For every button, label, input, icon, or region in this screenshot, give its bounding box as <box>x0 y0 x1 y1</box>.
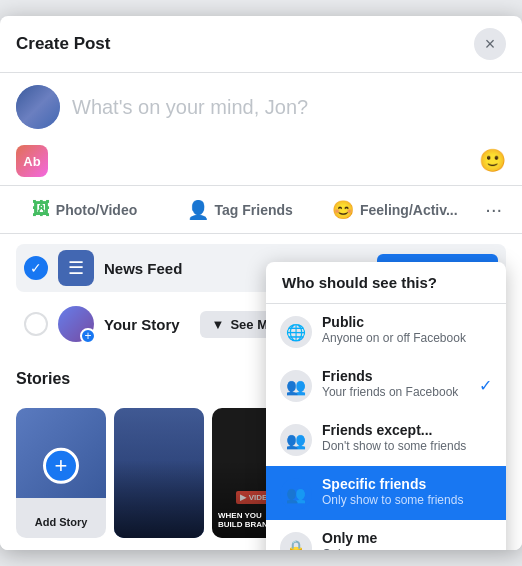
close-icon: × <box>485 34 496 55</box>
photo-video-label: Photo/Video <box>56 202 137 218</box>
dropdown-header: Who should see this? <box>266 262 506 304</box>
avatar <box>16 85 60 129</box>
news-feed-icon: ☰ <box>58 250 94 286</box>
feeling-button[interactable]: 😊 Feeling/Activ... <box>318 190 471 229</box>
dropdown-item-friends[interactable]: 👥 Friends Your friends on Facebook ✓ <box>266 358 506 412</box>
specific-friends-texts: Specific friends Only show to some frien… <box>322 476 463 507</box>
only-me-title: Only me <box>322 530 377 546</box>
friends-except-texts: Friends except... Don't show to some fri… <box>322 422 466 453</box>
news-feed-label: News Feed <box>104 260 182 277</box>
your-story-check <box>24 312 48 336</box>
photo-icon: 🖼 <box>32 199 50 220</box>
public-subtitle: Anyone on or off Facebook <box>322 331 466 345</box>
only-me-subtitle: Only me <box>322 547 377 550</box>
audience-section-wrapper: ✓ ☰ News Feed 👥 Friends ▼ + Your Story ▼ <box>0 234 522 358</box>
dropdown-item-only-me[interactable]: 🔒 Only me Only me <box>266 520 506 550</box>
emoji-button[interactable]: 🙂 <box>479 148 506 174</box>
public-icon: 🌐 <box>280 316 312 348</box>
stories-section-label: Stories <box>16 370 70 388</box>
add-story-label: Add Story <box>35 516 88 528</box>
post-composer: What's on your mind, Jon? <box>0 73 522 141</box>
public-texts: Public Anyone on or off Facebook <box>322 314 466 345</box>
your-story-avatar: + <box>58 306 94 342</box>
toolbar-row: Ab 🙂 <box>0 141 522 185</box>
avatar-image <box>16 85 60 129</box>
your-story-label: Your Story <box>104 316 180 333</box>
tag-icon: 👤 <box>187 199 209 221</box>
friends-except-subtitle: Don't show to some friends <box>322 439 466 453</box>
specific-friends-icon: 👥 <box>280 478 312 510</box>
friends-except-title: Friends except... <box>322 422 466 438</box>
friends-option-title: Friends <box>322 368 458 384</box>
more-icon: ··· <box>485 198 502 221</box>
friends-texts: Friends Your friends on Facebook <box>322 368 458 399</box>
tag-friends-label: Tag Friends <box>215 202 293 218</box>
friends-option-subtitle: Your friends on Facebook <box>322 385 458 399</box>
dropdown-item-specific-friends[interactable]: 👥 Specific friends Only show to some fri… <box>266 466 506 520</box>
ab-label: Ab <box>23 154 40 169</box>
add-story-card[interactable]: + Add Story <box>16 408 106 538</box>
action-bar: 🖼 Photo/Video 👤 Tag Friends 😊 Feeling/Ac… <box>0 185 522 234</box>
more-button[interactable]: ··· <box>473 190 514 229</box>
photo-video-button[interactable]: 🖼 Photo/Video <box>8 190 161 229</box>
audience-dropdown: Who should see this? 🌐 Public Anyone on … <box>266 262 506 550</box>
public-title: Public <box>322 314 466 330</box>
tag-friends-button[interactable]: 👤 Tag Friends <box>163 190 316 229</box>
modal-header: Create Post × <box>0 16 522 73</box>
story-card-1[interactable] <box>114 408 204 538</box>
friends-checkmark: ✓ <box>479 376 492 395</box>
feeling-label: Feeling/Activ... <box>360 202 458 218</box>
feeling-icon: 😊 <box>332 199 354 221</box>
add-story-icon: + <box>43 448 79 484</box>
modal-title: Create Post <box>16 34 110 54</box>
friends-option-icon: 👥 <box>280 370 312 402</box>
specific-friends-title: Specific friends <box>322 476 463 492</box>
close-button[interactable]: × <box>474 28 506 60</box>
specific-friends-subtitle: Only show to some friends <box>322 493 463 507</box>
create-post-modal: Create Post × What's on your mind, Jon? … <box>0 16 522 550</box>
news-feed-check: ✓ <box>24 256 48 280</box>
dropdown-item-public[interactable]: 🌐 Public Anyone on or off Facebook <box>266 304 506 358</box>
only-me-icon: 🔒 <box>280 532 312 550</box>
only-me-texts: Only me Only me <box>322 530 377 550</box>
story-overlay-1 <box>114 460 204 538</box>
ab-icon: Ab <box>16 145 48 177</box>
story-plus-icon: + <box>80 328 96 344</box>
composer-placeholder[interactable]: What's on your mind, Jon? <box>72 96 308 119</box>
friends-except-icon: 👥 <box>280 424 312 456</box>
see-more-chevron: ▼ <box>212 317 225 332</box>
dropdown-item-friends-except[interactable]: 👥 Friends except... Don't show to some f… <box>266 412 506 466</box>
